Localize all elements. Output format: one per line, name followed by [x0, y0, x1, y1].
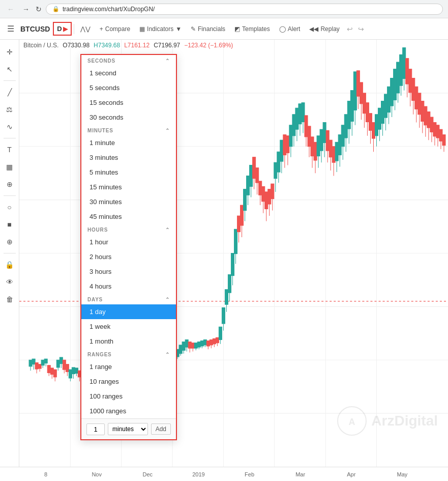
sidebar-ruler-icon[interactable]: ■ — [2, 216, 18, 233]
svg-rect-208 — [323, 123, 326, 143]
svg-rect-184 — [286, 136, 289, 153]
tf-item-1s[interactable]: 1 second — [81, 66, 176, 80]
tf-add-button[interactable]: Add — [151, 423, 171, 435]
chart-area: Bitcoin / U.S. O7330.98 H7349.68 L7161.1… — [19, 40, 448, 467]
chevron-up-icon-min: ⌃ — [165, 128, 170, 133]
tf-item-1d[interactable]: 1 day — [81, 304, 176, 319]
address-bar[interactable]: 🔒 tradingview.com/chart/XuDropGN/ — [46, 4, 443, 15]
tf-item-4h[interactable]: 4 hours — [81, 279, 176, 294]
timeframe-dropdown[interactable]: SECONDS ⌃ 1 second 5 seconds 15 seconds … — [80, 54, 177, 440]
svg-rect-150 — [234, 229, 237, 253]
tf-item-30s[interactable]: 30 seconds — [81, 110, 176, 125]
svg-rect-156 — [244, 189, 247, 211]
sidebar-measure-icon[interactable]: ▦ — [2, 159, 18, 175]
svg-rect-246 — [381, 101, 384, 124]
svg-rect-144 — [225, 290, 228, 304]
sidebar-magnet-icon[interactable]: ○ — [2, 199, 18, 215]
hamburger-menu[interactable]: ☰ — [4, 22, 17, 36]
svg-rect-178 — [277, 152, 280, 172]
sidebar-eye-icon[interactable]: 👁 — [2, 274, 18, 290]
undo-button[interactable]: ↩ — [345, 24, 355, 34]
tf-item-3h[interactable]: 3 hours — [81, 264, 176, 279]
svg-rect-34 — [56, 360, 59, 367]
sidebar-zoom-chart-icon[interactable]: ⊕ — [2, 234, 18, 250]
back-button[interactable]: ← — [5, 4, 16, 14]
compare-button[interactable]: + Compare — [96, 23, 134, 35]
svg-rect-172 — [268, 189, 271, 204]
svg-rect-38 — [63, 360, 66, 370]
tf-item-5m[interactable]: 5 minutes — [81, 165, 176, 180]
chart-type-button[interactable]: ⋀⋁ — [76, 23, 95, 35]
svg-rect-260 — [403, 48, 406, 79]
tf-footer: minutes hours days Add — [81, 418, 176, 439]
price-symbol-label: Bitcoin / U.S. — [23, 42, 58, 49]
sidebar-crosshair-icon[interactable]: ✛ — [2, 44, 18, 60]
svg-rect-174 — [271, 184, 274, 199]
svg-rect-126 — [197, 342, 200, 347]
price-close: C7196.97 — [154, 42, 180, 49]
tf-item-1m[interactable]: 1 minute — [81, 135, 176, 150]
tf-item-5s[interactable]: 5 seconds — [81, 80, 176, 95]
sidebar-trendline-icon[interactable]: ╱ — [2, 84, 18, 100]
replay-button[interactable]: ◀◀ Replay — [305, 23, 343, 35]
svg-rect-122 — [191, 343, 194, 348]
sidebar-sep-2 — [4, 138, 16, 138]
svg-rect-204 — [317, 136, 320, 156]
svg-rect-148 — [231, 253, 234, 276]
tf-item-2h[interactable]: 2 hours — [81, 249, 176, 264]
svg-rect-232 — [360, 82, 363, 104]
tf-item-1w[interactable]: 1 week — [81, 319, 176, 334]
main-layout: ✛ ↖ ╱ ⚖ ∿ T ▦ ⊕ ○ ■ ⊕ 🔒 👁 🗑 Bitcoin / U.… — [0, 40, 448, 467]
sidebar-fib-icon[interactable]: ∿ — [2, 119, 18, 135]
tf-item-3m[interactable]: 3 minutes — [81, 150, 176, 165]
templates-button[interactable]: ◩ Templates — [230, 23, 274, 35]
indicators-button[interactable]: ▦ Indicators ▼ — [135, 23, 186, 35]
svg-rect-286 — [442, 135, 445, 146]
svg-rect-282 — [436, 125, 439, 138]
tf-item-30m[interactable]: 30 minutes — [81, 194, 176, 209]
tf-item-1r[interactable]: 1 range — [81, 359, 176, 374]
indicators-icon: ▦ — [139, 25, 145, 33]
tf-custom-value-input[interactable] — [86, 423, 105, 435]
tf-item-45m[interactable]: 45 minutes — [81, 209, 176, 224]
sidebar-lock-icon[interactable]: 🔒 — [2, 257, 18, 273]
sidebar-cursor-icon[interactable]: ↖ — [2, 61, 18, 77]
tf-item-15s[interactable]: 15 seconds — [81, 95, 176, 110]
timeline-label-2019: 2019 — [173, 471, 224, 477]
svg-rect-16 — [29, 360, 32, 366]
chevron-up-icon-day: ⌃ — [165, 297, 170, 302]
sidebar-text-icon[interactable]: T — [2, 142, 18, 158]
replay-icon: ◀◀ — [309, 25, 318, 33]
svg-rect-128 — [200, 341, 203, 346]
financials-button[interactable]: ✎ Financials — [187, 23, 229, 35]
svg-rect-270 — [418, 93, 421, 115]
tf-item-1mo[interactable]: 1 month — [81, 334, 176, 349]
tf-item-1000r[interactable]: 1000 ranges — [81, 404, 176, 418]
alert-button[interactable]: ◯ Alert — [275, 23, 305, 35]
svg-rect-258 — [400, 54, 403, 86]
svg-rect-44 — [72, 367, 75, 374]
svg-rect-200 — [311, 137, 314, 156]
svg-rect-228 — [353, 72, 356, 110]
tf-item-100r[interactable]: 100 ranges — [81, 389, 176, 404]
svg-rect-32 — [53, 370, 56, 377]
svg-rect-250 — [387, 87, 391, 112]
redo-button[interactable]: ↪ — [356, 24, 366, 34]
svg-rect-198 — [308, 126, 311, 147]
reload-button[interactable]: ↻ — [36, 5, 42, 13]
chevron-up-icon-hr: ⌃ — [165, 227, 170, 233]
tf-item-15m[interactable]: 15 minutes — [81, 180, 176, 194]
svg-rect-224 — [347, 101, 350, 129]
plus-icon: + — [100, 25, 103, 33]
sidebar-zoom-icon[interactable]: ⊕ — [2, 176, 18, 192]
forward-button[interactable]: → — [20, 4, 32, 14]
svg-rect-234 — [363, 93, 366, 114]
timeline-label-mar: Mar — [275, 471, 326, 477]
tf-item-1h[interactable]: 1 hour — [81, 235, 176, 249]
tf-unit-select[interactable]: minutes hours days — [108, 423, 148, 435]
timeframe-button[interactable]: D ▶ — [53, 22, 71, 36]
tf-item-10r[interactable]: 10 ranges — [81, 374, 176, 389]
sidebar-pitchfork-icon[interactable]: ⚖ — [2, 101, 18, 118]
sidebar-trash-icon[interactable]: 🗑 — [2, 291, 18, 307]
svg-rect-168 — [262, 186, 265, 201]
